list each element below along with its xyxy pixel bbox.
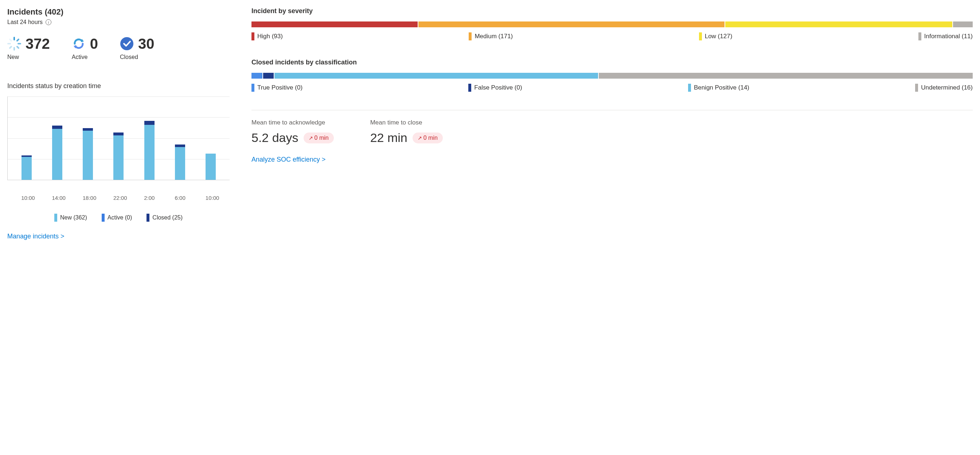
stat-active[interactable]: 0 Active: [72, 36, 98, 60]
divider: [251, 110, 973, 110]
bar-2:00: [144, 97, 154, 180]
checkmark-circle-icon: [120, 37, 134, 51]
stat-closed-label: Closed: [120, 54, 154, 60]
severity-seg: [725, 21, 952, 27]
classification-legend-item: Undetermined (16): [915, 84, 973, 92]
page-title: Incidents (402): [7, 7, 230, 17]
metric-ack-label: Mean time to acknowledge: [251, 119, 334, 126]
analyze-soc-link[interactable]: Analyze SOC efficiency >: [251, 156, 325, 163]
severity-bar: [251, 21, 973, 27]
severity-section: Incident by severity High (93)Medium (17…: [251, 7, 973, 40]
info-icon[interactable]: i: [46, 19, 51, 25]
stat-closed-value: 30: [138, 36, 154, 51]
bar-22:00: [113, 97, 124, 180]
bar-18:00: [83, 97, 93, 180]
severity-legend-item: High (93): [251, 32, 283, 40]
stat-active-label: Active: [72, 54, 98, 60]
stat-closed[interactable]: 30 Closed: [120, 36, 154, 60]
x-tick: 22:00: [113, 195, 124, 201]
metric-ack: Mean time to acknowledge 5.2 days ↗ 0 mi…: [251, 119, 334, 145]
classification-legend-item: Benign Positive (14): [688, 84, 749, 92]
x-tick: 10:00: [21, 195, 31, 201]
severity-seg: [953, 21, 973, 27]
time-range: Last 24 hours i: [7, 19, 230, 25]
stat-summary-row: 372 New 0 Active: [7, 36, 230, 60]
status-chart-section: Incidents status by creation time 10:001…: [7, 82, 230, 222]
stat-new-label: New: [7, 54, 50, 60]
status-chart-title: Incidents status by creation time: [7, 82, 230, 90]
svg-line-7: [10, 39, 11, 41]
svg-line-5: [10, 47, 11, 48]
refresh-icon: [72, 37, 86, 51]
svg-line-3: [17, 47, 19, 48]
bar-14:00: [52, 97, 62, 180]
severity-legend: High (93)Medium (171)Low (127)Informatio…: [251, 32, 973, 40]
legend-active: Active (0): [102, 214, 132, 222]
spinner-icon: [7, 37, 21, 51]
classification-seg: [263, 73, 274, 79]
metric-close: Mean time to close 22 min ↗ 0 min: [370, 119, 443, 145]
svg-point-10: [120, 37, 134, 50]
bar-10:00: [22, 97, 32, 180]
severity-legend-item: Informational (11): [918, 32, 973, 40]
legend-new: New (362): [54, 214, 87, 222]
status-chart-legend: New (362) Active (0) Closed (25): [7, 214, 230, 222]
classification-bar: [251, 73, 973, 79]
severity-legend-item: Medium (171): [469, 32, 513, 40]
stat-new[interactable]: 372 New: [7, 36, 50, 60]
metric-ack-value: 5.2 days: [251, 131, 299, 145]
status-bar-chart: [7, 97, 230, 180]
svg-line-1: [17, 39, 19, 41]
classification-seg: [274, 73, 598, 79]
classification-section: Closed incidents by classification True …: [251, 59, 973, 92]
metric-close-badge: ↗ 0 min: [412, 133, 443, 143]
x-tick: 6:00: [175, 195, 185, 201]
bar-10:00: [205, 97, 216, 180]
x-tick: 10:00: [205, 195, 216, 201]
classification-seg: [599, 73, 973, 79]
classification-legend: True Positive (0)False Positive (0)Benig…: [251, 84, 973, 92]
stat-new-value: 372: [25, 36, 50, 51]
trend-up-icon: ↗: [418, 135, 422, 141]
x-tick: 18:00: [83, 195, 93, 201]
severity-seg: [418, 21, 724, 27]
x-tick: 14:00: [52, 195, 62, 201]
metric-close-label: Mean time to close: [370, 119, 443, 126]
time-range-text: Last 24 hours: [7, 19, 43, 25]
legend-closed: Closed (25): [146, 214, 183, 222]
classification-seg: [251, 73, 262, 79]
severity-seg: [251, 21, 418, 27]
severity-legend-item: Low (127): [699, 32, 733, 40]
manage-incidents-link[interactable]: Manage incidents >: [7, 233, 65, 240]
x-tick: 2:00: [144, 195, 154, 201]
bar-6:00: [175, 97, 185, 180]
metric-ack-badge: ↗ 0 min: [304, 133, 334, 143]
severity-title: Incident by severity: [251, 7, 973, 15]
stat-active-value: 0: [90, 36, 98, 51]
trend-up-icon: ↗: [309, 135, 313, 141]
metric-close-value: 22 min: [370, 131, 407, 145]
classification-legend-item: True Positive (0): [251, 84, 302, 92]
classification-title: Closed incidents by classification: [251, 59, 973, 66]
metrics-row: Mean time to acknowledge 5.2 days ↗ 0 mi…: [251, 119, 973, 145]
classification-legend-item: False Positive (0): [468, 84, 522, 92]
